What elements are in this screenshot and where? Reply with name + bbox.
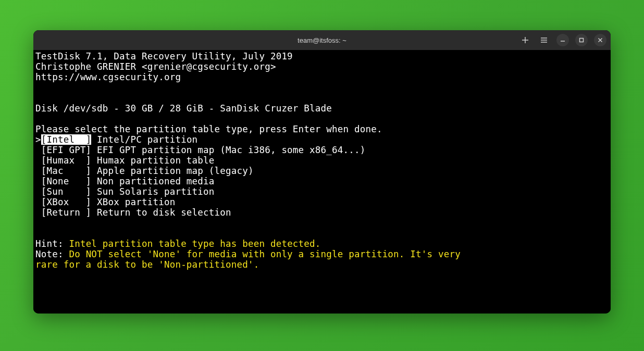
- close-button[interactable]: [594, 34, 606, 46]
- menu-item-efi-gpt[interactable]: [EFI GPT]: [35, 145, 91, 155]
- minimize-button[interactable]: [556, 34, 569, 46]
- menu-button[interactable]: [538, 34, 550, 46]
- menu-item-intel[interactable]: [Intel ]: [41, 134, 92, 145]
- prompt-text: Please select the partition table type, …: [35, 124, 382, 134]
- menu-item-humax-desc: Humax partition table: [91, 155, 214, 166]
- hint-prefix: Hint:: [35, 239, 69, 249]
- menu-item-sun-desc: Sun Solaris partition: [91, 186, 214, 197]
- hamburger-icon: [540, 36, 548, 44]
- note-line-1: Do NOT select 'None' for media with only…: [69, 249, 461, 259]
- menu-item-sun[interactable]: [Sun ]: [35, 186, 91, 197]
- terminal-window: team@itsfoss: ~ TestDisk 7.1, Data Recov…: [33, 30, 611, 314]
- header-line-3: https://www.cgsecurity.org: [35, 72, 181, 82]
- header-line-1: TestDisk 7.1, Data Recovery Utility, Jul…: [35, 51, 293, 61]
- header-line-2: Christophe GRENIER <grenier@cgsecurity.o…: [35, 61, 276, 72]
- menu-item-efi-gpt-desc: EFI GPT partition map (Mac i386, some x8…: [91, 145, 365, 155]
- menu-item-xbox-desc: XBox partition: [91, 197, 175, 207]
- disk-info: Disk /dev/sdb - 30 GB / 28 GiB - SanDisk…: [35, 103, 332, 114]
- maximize-button[interactable]: [575, 34, 588, 46]
- menu-item-none-desc: Non partitioned media: [91, 176, 214, 186]
- maximize-icon: [578, 37, 585, 43]
- svg-rect-6: [580, 39, 584, 42]
- new-tab-button[interactable]: [519, 34, 531, 46]
- plus-icon: [522, 36, 529, 44]
- menu-item-intel-desc: Intel/PC partition: [91, 134, 197, 145]
- titlebar-controls: [519, 34, 606, 46]
- terminal-body[interactable]: TestDisk 7.1, Data Recovery Utility, Jul…: [33, 50, 611, 314]
- hint-rest: partition table type has been detected.: [97, 239, 320, 249]
- note-line-2: rare for a disk to be 'Non-partitioned'.: [35, 259, 259, 270]
- hint-detected: Intel: [69, 239, 97, 249]
- menu-item-none[interactable]: [None ]: [35, 176, 91, 186]
- titlebar: team@itsfoss: ~: [33, 30, 611, 50]
- menu-item-humax[interactable]: [Humax ]: [35, 155, 91, 166]
- menu-item-return-desc: Return to disk selection: [91, 207, 231, 218]
- window-title: team@itsfoss: ~: [298, 36, 346, 44]
- menu-item-mac[interactable]: [Mac ]: [35, 166, 91, 176]
- menu-item-return[interactable]: [Return ]: [35, 207, 91, 218]
- menu-selected-prefix: >: [35, 134, 41, 145]
- menu-item-xbox[interactable]: [XBox ]: [35, 197, 91, 207]
- minimize-icon: [560, 37, 566, 43]
- menu-item-mac-desc: Apple partition map (legacy): [91, 166, 253, 176]
- close-icon: [597, 37, 603, 43]
- note-prefix: Note:: [35, 249, 69, 259]
